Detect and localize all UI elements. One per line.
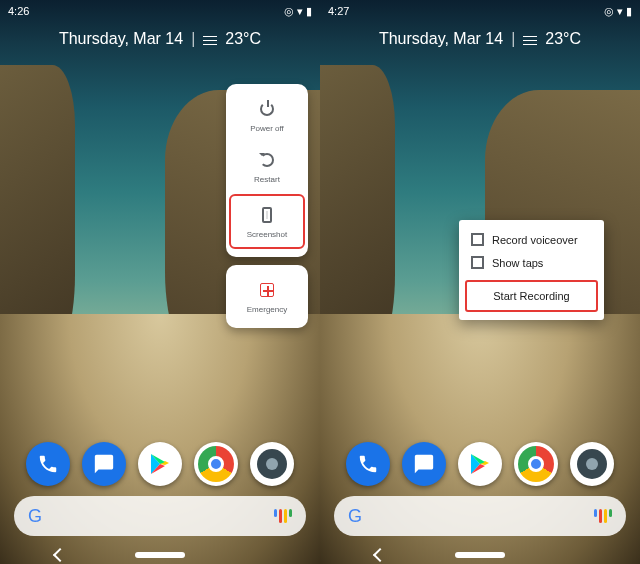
power-icon — [258, 100, 276, 118]
home-pill[interactable] — [135, 552, 185, 558]
record-menu: Record voiceover Show taps Start Recordi… — [459, 220, 604, 320]
restart-icon — [258, 151, 276, 169]
power-off-item[interactable]: Power off — [226, 90, 308, 141]
temp-text: 23°C — [545, 30, 581, 48]
date-weather[interactable]: Thursday, Mar 14 | 23°C — [0, 30, 320, 48]
emergency-item[interactable]: Emergency — [226, 271, 308, 322]
screen-right: 4:27 ◎ ▾ ▮ Thursday, Mar 14 | 23°C Recor… — [320, 0, 640, 564]
search-bar[interactable]: G — [14, 496, 306, 536]
show-taps-option[interactable]: Show taps — [459, 251, 604, 274]
phone-app[interactable] — [26, 442, 70, 486]
chrome-app[interactable] — [514, 442, 558, 486]
date-text: Thursday, Mar 14 — [379, 30, 503, 48]
back-button[interactable] — [373, 548, 387, 562]
status-bar: 4:26 ◎ ▾ ▮ — [0, 0, 320, 22]
status-time: 4:26 — [8, 5, 29, 17]
assistant-icon[interactable] — [274, 509, 292, 523]
start-recording-button[interactable]: Start Recording — [465, 280, 598, 312]
date-text: Thursday, Mar 14 — [59, 30, 183, 48]
chrome-app[interactable] — [194, 442, 238, 486]
home-pill[interactable] — [455, 552, 505, 558]
dock — [320, 442, 640, 486]
status-icons: ◎ ▾ ▮ — [284, 5, 312, 18]
messages-app[interactable] — [402, 442, 446, 486]
date-weather[interactable]: Thursday, Mar 14 | 23°C — [320, 30, 640, 48]
weather-icon — [523, 32, 537, 46]
status-time: 4:27 — [328, 5, 349, 17]
assistant-icon[interactable] — [594, 509, 612, 523]
power-menu: Power off Restart Screenshot Emergency — [226, 84, 308, 328]
dock — [0, 442, 320, 486]
nav-bar — [0, 550, 320, 560]
checkbox-icon[interactable] — [471, 233, 484, 246]
weather-icon — [203, 32, 217, 46]
screen-left: 4:26 ◎ ▾ ▮ Thursday, Mar 14 | 23°C Power… — [0, 0, 320, 564]
messages-app[interactable] — [82, 442, 126, 486]
camera-app[interactable] — [570, 442, 614, 486]
emergency-card: Emergency — [226, 265, 308, 328]
nav-bar — [320, 550, 640, 560]
screenshot-item[interactable]: Screenshot — [229, 194, 305, 249]
back-button[interactable] — [53, 548, 67, 562]
checkbox-icon[interactable] — [471, 256, 484, 269]
phone-app[interactable] — [346, 442, 390, 486]
status-bar: 4:27 ◎ ▾ ▮ — [320, 0, 640, 22]
google-g-icon: G — [28, 506, 42, 527]
temp-text: 23°C — [225, 30, 261, 48]
status-icons: ◎ ▾ ▮ — [604, 5, 632, 18]
record-voiceover-option[interactable]: Record voiceover — [459, 228, 604, 251]
play-store-app[interactable] — [458, 442, 502, 486]
power-menu-card: Power off Restart Screenshot — [226, 84, 308, 257]
screenshot-icon — [258, 206, 276, 224]
google-g-icon: G — [348, 506, 362, 527]
camera-app[interactable] — [250, 442, 294, 486]
emergency-icon — [258, 281, 276, 299]
play-store-app[interactable] — [138, 442, 182, 486]
search-bar[interactable]: G — [334, 496, 626, 536]
restart-item[interactable]: Restart — [226, 141, 308, 192]
